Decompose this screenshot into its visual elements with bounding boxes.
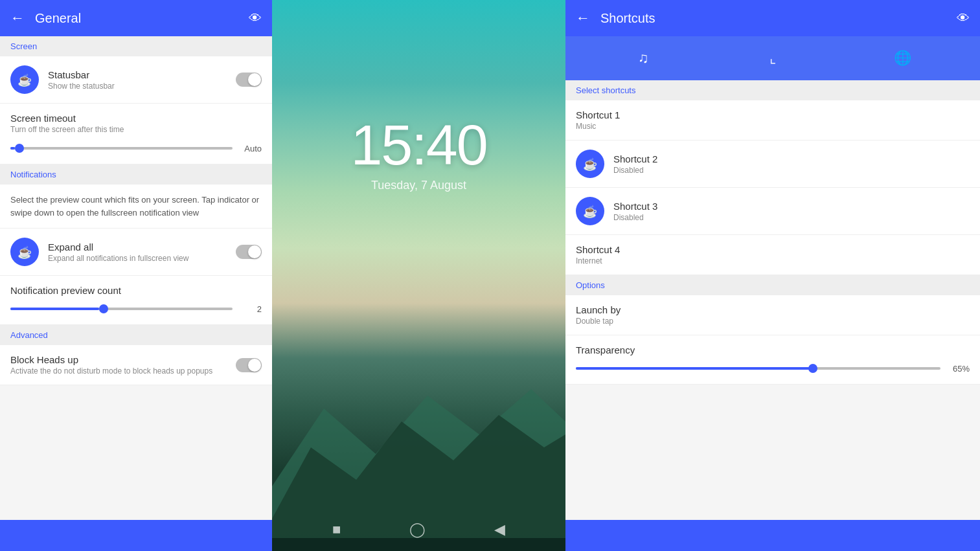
shortcut3-text: Shortcut 3 Disabled: [613, 201, 970, 222]
transparency-setting: Transparency 65%: [565, 335, 980, 385]
statusbar-setting[interactable]: Statusbar Show the statusbar: [0, 56, 272, 104]
screen-timeout-title: Screen timeout: [10, 113, 262, 124]
launch-by-setting[interactable]: Launch by Double tap: [565, 295, 980, 335]
shortcut2-title: Shortcut 2: [613, 153, 970, 164]
screen-timeout-slider-row: Auto: [10, 142, 262, 155]
slider-track: [10, 147, 233, 150]
block-heads-up-title: Block Heads up: [10, 354, 227, 365]
shortcuts-panel: ← Shortcuts 👁 ♫ ⌞ 🌐 Select shortcuts Sho…: [565, 0, 980, 551]
expand-all-text: Expand all Expand all notifications in f…: [48, 242, 227, 263]
expand-all-title: Expand all: [48, 242, 227, 253]
transparency-value: 65%: [947, 364, 970, 374]
general-panel: ← General 👁 Screen Statusbar Show the st…: [0, 0, 272, 551]
select-shortcuts-header: Select shortcuts: [565, 80, 980, 100]
shortcuts-title: Shortcuts: [600, 11, 946, 26]
shortcut2-item[interactable]: Shortcut 2 Disabled: [565, 141, 980, 188]
globe-icon: 🌐: [894, 50, 911, 67]
block-heads-up-text: Block Heads up Activate the do not distu…: [10, 354, 227, 376]
shortcut1-subtitle: Music: [576, 122, 970, 131]
block-heads-up-toggle[interactable]: [236, 358, 262, 372]
notif-slider-thumb[interactable]: [99, 304, 108, 313]
shortcut2-text: Shortcut 2 Disabled: [613, 153, 970, 175]
cup-icon-s2: [583, 157, 597, 172]
shortcut-globe-icon-btn[interactable]: 🌐: [888, 44, 917, 73]
lockscreen-time: 15:40: [350, 117, 486, 174]
lockscreen-icon-right: ◀: [494, 521, 505, 538]
lockscreen-bottom-bar: ■ ◯ ◀: [272, 521, 565, 538]
transparency-slider[interactable]: [576, 362, 940, 375]
shortcut3-icon: [576, 197, 604, 225]
transparency-track: [576, 367, 940, 370]
general-header: ← General 👁: [0, 0, 272, 36]
screen-timeout-subtitle: Turn off the screen after this time: [10, 125, 262, 134]
general-title: General: [35, 11, 238, 26]
lockscreen-date: Tuesday, 7 August: [371, 179, 466, 192]
expand-all-setting[interactable]: Expand all Expand all notifications in f…: [0, 229, 272, 276]
mountains-svg: [272, 292, 565, 551]
shortcut1-item[interactable]: Shortcut 1 Music: [565, 100, 980, 141]
statusbar-subtitle: Show the statusbar: [48, 82, 227, 91]
block-heads-up-subtitle: Activate the do not disturb mode to bloc…: [10, 366, 227, 376]
shortcut1-text: Shortcut 1 Music: [576, 109, 970, 131]
shortcut-music-icon-btn[interactable]: ♫: [629, 44, 657, 73]
expand-all-subtitle: Expand all notifications in fullscreen v…: [48, 254, 227, 263]
shortcut4-text: Shortcut 4 Internet: [576, 244, 970, 265]
expand-all-icon: [10, 238, 39, 266]
launch-by-title: Launch by: [576, 304, 970, 315]
eye-icon-left[interactable]: 👁: [249, 11, 262, 26]
svg-rect-2: [272, 538, 565, 551]
cup-icon-s3: [583, 204, 597, 219]
shortcut2-subtitle: Disabled: [613, 166, 970, 175]
notification-count-slider-row: 2: [10, 302, 262, 315]
screen-timeout-setting: Screen timeout Turn off the screen after…: [0, 104, 272, 164]
shortcut4-subtitle: Internet: [576, 256, 970, 265]
shortcut3-item[interactable]: Shortcut 3 Disabled: [565, 188, 980, 235]
shortcuts-header: ← Shortcuts 👁: [565, 0, 980, 36]
shortcut1-title: Shortcut 1: [576, 109, 970, 120]
phone-arc-icon: ⌞: [769, 50, 776, 67]
notifications-description: Select the preview count which fits on y…: [0, 185, 272, 229]
statusbar-icon: [10, 65, 39, 94]
cup-icon: [17, 73, 32, 87]
transparency-slider-row: 65%: [576, 362, 970, 375]
notification-count-title: Notification preview count: [10, 285, 262, 296]
options-section-header: Options: [565, 275, 980, 295]
statusbar-title: Statusbar: [48, 69, 227, 80]
eye-icon-right[interactable]: 👁: [957, 11, 970, 26]
music-note-icon: ♫: [638, 50, 649, 67]
transparency-fill: [576, 367, 813, 370]
shortcut3-subtitle: Disabled: [613, 213, 970, 222]
expand-all-toggle[interactable]: [236, 245, 262, 259]
screen-timeout-slider[interactable]: [10, 142, 233, 155]
notif-slider-fill: [10, 308, 99, 310]
notification-count-value: 2: [239, 304, 262, 314]
lockscreen-icon-left: ■: [332, 521, 341, 538]
screen-timeout-value: Auto: [239, 144, 262, 153]
shortcut2-icon: [576, 150, 604, 178]
shortcut-phone-icon-btn[interactable]: ⌞: [758, 44, 787, 73]
cup-icon-2: [17, 245, 32, 260]
slider-fill: [10, 147, 15, 150]
bottom-bar-left: [0, 520, 272, 551]
statusbar-text: Statusbar Show the statusbar: [48, 69, 227, 91]
shortcut3-title: Shortcut 3: [613, 201, 970, 212]
slider-thumb[interactable]: [15, 144, 24, 153]
back-icon[interactable]: ←: [10, 10, 25, 27]
shortcut4-item[interactable]: Shortcut 4 Internet: [565, 235, 980, 275]
shortcuts-icon-bar: ♫ ⌞ 🌐: [565, 36, 980, 80]
notification-count-slider[interactable]: [10, 302, 233, 315]
shortcut4-title: Shortcut 4: [576, 244, 970, 255]
transparency-thumb[interactable]: [808, 364, 817, 373]
block-heads-up-setting[interactable]: Block Heads up Activate the do not distu…: [0, 345, 272, 385]
transparency-title: Transparency: [576, 344, 970, 355]
lockscreen-panel: 15:40 Tuesday, 7 August ■ ◯ ◀: [272, 0, 565, 551]
bottom-bar-right: [565, 520, 980, 551]
advanced-section-header: Advanced: [0, 325, 272, 345]
launch-by-subtitle: Double tap: [576, 317, 970, 326]
lockscreen-icon-center: ◯: [409, 521, 426, 538]
notifications-section-header: Notifications: [0, 164, 272, 185]
screen-section-header: Screen: [0, 36, 272, 56]
shortcuts-back-icon[interactable]: ←: [576, 10, 590, 27]
notification-count-setting: Notification preview count 2: [0, 276, 272, 325]
statusbar-toggle[interactable]: [236, 73, 262, 87]
